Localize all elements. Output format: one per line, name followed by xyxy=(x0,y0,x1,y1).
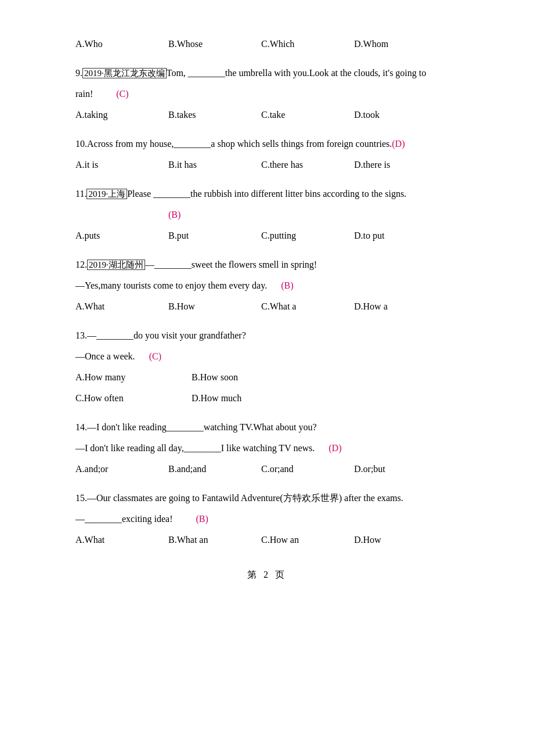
q15-options: A.What B.What an C.How an D.How xyxy=(75,531,459,549)
options-line: A.Who B.Whose C.Which D.Whom xyxy=(75,35,459,53)
q11-tag: 2019·上海 xyxy=(86,189,127,199)
option-b: B.Whose xyxy=(168,35,261,53)
q9-text: Tom, ________the umbrella with you.Look … xyxy=(167,68,427,78)
q13-option-c: C.How often xyxy=(75,389,192,408)
page-number: 第 2 页 xyxy=(247,570,287,579)
q13-options-2: C.How often D.How much xyxy=(75,389,459,408)
q9-number: 9. xyxy=(75,68,82,78)
question-12: 12.2019·湖北随州—________sweet the flowers s… xyxy=(75,255,459,316)
q13-option-d: D.How much xyxy=(192,389,308,408)
options-row-top: A.Who B.Whose C.Which D.Whom xyxy=(75,35,459,53)
q11-options: A.puts B.put C.putting D.to put xyxy=(75,226,459,245)
q14-answer-line: —I don't like reading all day,________I … xyxy=(75,439,459,458)
q9-answer: (C) xyxy=(116,89,128,99)
q12-option-d: D.How a xyxy=(354,297,447,316)
q14-answer: (D) xyxy=(329,443,341,453)
question-9: 9.2019·黑龙江龙东改编Tom, ________the umbrella … xyxy=(75,64,459,124)
q11-option-a: A.puts xyxy=(75,226,168,245)
question-15: 15.—Our classmates are going to Fantawil… xyxy=(75,489,459,549)
option-c: C.Which xyxy=(261,35,354,53)
q10-answer: (D) xyxy=(392,139,405,149)
q11-option-b: B.put xyxy=(168,226,261,245)
q9-option-c: C.take xyxy=(261,106,354,124)
q15-option-b: B.What an xyxy=(168,531,261,549)
q12-option-b: B.How xyxy=(168,297,261,316)
q10-options: A.it is B.it has C.there has D.there is xyxy=(75,156,459,174)
q14-option-c: C.or;and xyxy=(261,460,354,478)
q15-answer-line: —________exciting idea! (B) xyxy=(75,510,459,528)
q13-option-b: B.How soon xyxy=(192,368,308,387)
q15-option-c: C.How an xyxy=(261,531,354,549)
q13-stem: 13.—________do you visit your grandfathe… xyxy=(75,326,459,345)
q14-stem: 14.—I don't like reading________watching… xyxy=(75,418,459,437)
q12-option-a: A.What xyxy=(75,297,168,316)
q14-options: A.and;or B.and;and C.or;and D.or;but xyxy=(75,460,459,478)
q10-stem: 10.Across from my house,________a shop w… xyxy=(75,135,459,153)
q15-answer: (B) xyxy=(196,514,208,524)
q15-option-a: A.What xyxy=(75,531,168,549)
q12-answer: (B) xyxy=(281,280,293,290)
question-11: 11.2019·上海Please ________the rubbish int… xyxy=(75,185,459,245)
q12-stem: 12.2019·湖北随州—________sweet the flowers s… xyxy=(75,255,459,274)
q11-option-d: D.to put xyxy=(354,226,447,245)
q10-option-b: B.it has xyxy=(168,156,261,174)
q13-answer: (C) xyxy=(149,351,161,361)
q10-option-a: A.it is xyxy=(75,156,168,174)
q10-option-c: C.there has xyxy=(261,156,354,174)
q9-options: A.taking B.takes C.take D.took xyxy=(75,106,459,124)
q12-options: A.What B.How C.What a D.How a xyxy=(75,297,459,316)
q11-answer: (B) xyxy=(168,210,181,219)
q12-tag: 2019·湖北随州 xyxy=(87,260,145,270)
option-a: A.Who xyxy=(75,35,168,53)
q14-option-d: D.or;but xyxy=(354,460,447,478)
page-footer: 第 2 页 xyxy=(75,567,459,584)
q13-option-a: A.How many xyxy=(75,368,192,387)
q9-option-d: D.took xyxy=(354,106,447,124)
q9-stem: 9.2019·黑龙江龙东改编Tom, ________the umbrella … xyxy=(75,64,459,82)
q9-option-a: A.taking xyxy=(75,106,168,124)
question-10: 10.Across from my house,________a shop w… xyxy=(75,135,459,174)
q13-options: A.How many B.How soon xyxy=(75,368,459,387)
question-13: 13.—________do you visit your grandfathe… xyxy=(75,326,459,408)
q15-stem: 15.—Our classmates are going to Fantawil… xyxy=(75,489,459,507)
q12-option-c: C.What a xyxy=(261,297,354,316)
q11-option-c: C.putting xyxy=(261,226,354,245)
q11-answer-line: (B) xyxy=(75,206,459,224)
q14-option-b: B.and;and xyxy=(168,460,261,478)
option-d: D.Whom xyxy=(354,35,447,53)
q9-option-b: B.takes xyxy=(168,106,261,124)
q9-tag: 2019·黑龙江龙东改编 xyxy=(82,68,167,78)
q12-answer-line: —Yes,many tourists come to enjoy them ev… xyxy=(75,276,459,295)
q13-answer-line: —Once a week. (C) xyxy=(75,347,459,366)
q9-answer-line: rain! (C) xyxy=(75,85,459,103)
question-14: 14.—I don't like reading________watching… xyxy=(75,418,459,478)
q10-option-d: D.there is xyxy=(354,156,447,174)
q14-option-a: A.and;or xyxy=(75,460,168,478)
q15-option-d: D.How xyxy=(354,531,447,549)
q11-stem: 11.2019·上海Please ________the rubbish int… xyxy=(75,185,459,203)
